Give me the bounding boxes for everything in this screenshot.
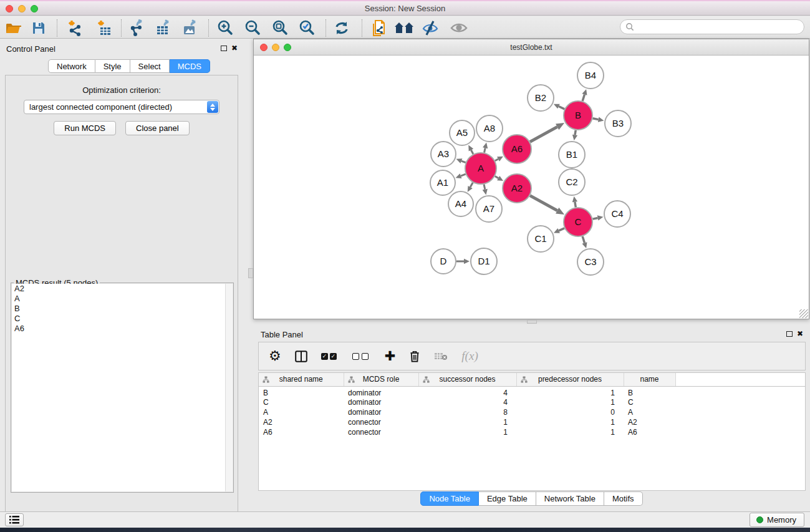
refresh-view-button[interactable] <box>331 19 352 37</box>
attribute-icon <box>263 376 269 383</box>
graph-edge-B-B2[interactable] <box>559 107 564 109</box>
main-toolbar <box>0 17 810 39</box>
toolbar-separator <box>325 19 326 37</box>
first-neighbors-button[interactable] <box>393 19 415 37</box>
graph-node-label: A6 <box>511 143 523 154</box>
graph-edge-A-A7[interactable] <box>484 184 485 189</box>
mcds-result-list[interactable]: A2ABCA6 <box>12 284 233 491</box>
export-image-button[interactable] <box>180 19 201 37</box>
column-header-shared-name[interactable]: shared name <box>259 373 344 386</box>
network-view-window: testGlobe.txt B4B2BB3A5A8A6A3B1AA1C2A2A4… <box>253 39 809 319</box>
graph-node-label: A8 <box>484 123 495 133</box>
graph-edge-A-A5[interactable] <box>471 150 473 154</box>
import-network-button[interactable] <box>64 19 85 37</box>
graph-edge-A-A2[interactable] <box>495 177 498 178</box>
close-panel-icon[interactable]: ✖ <box>231 44 238 52</box>
window-resize-grip[interactable] <box>799 309 808 318</box>
mcds-result-item[interactable]: A2 <box>12 284 233 294</box>
table-row[interactable]: A6connector11A6 <box>259 427 805 437</box>
tab-motifs[interactable]: Motifs <box>604 491 643 506</box>
table-settings-button[interactable]: ⚙ <box>269 347 281 365</box>
hide-graphics-details-button[interactable] <box>420 19 441 37</box>
graph-node-label: A3 <box>438 148 449 159</box>
table-row[interactable]: Bdominator41B <box>259 386 805 397</box>
column-header-successor-nodes[interactable]: successor nodes <box>418 373 516 386</box>
mcds-result-scrollbar[interactable] <box>225 284 233 491</box>
graph-edge-C-C2[interactable] <box>575 202 576 208</box>
network-window-titlebar[interactable]: testGlobe.txt <box>254 39 809 56</box>
table-panel-tabs: Node Table Edge Table Network Table Moti… <box>253 491 810 506</box>
tab-network-table[interactable]: Network Table <box>536 491 604 506</box>
task-history-button[interactable] <box>5 513 24 526</box>
graph-edge-B-B4[interactable] <box>582 95 584 102</box>
search-input[interactable] <box>634 21 804 32</box>
select-all-columns-button[interactable]: ✓✓ <box>321 347 339 365</box>
mcds-result-item[interactable]: C <box>12 314 233 324</box>
graph-edge-C-C3[interactable] <box>582 236 584 243</box>
graph-edge-B-B3[interactable] <box>593 118 599 120</box>
show-graphics-details-button[interactable] <box>448 19 470 37</box>
tab-node-table[interactable]: Node Table <box>420 491 479 506</box>
export-network-button[interactable] <box>127 19 148 37</box>
attribute-icon <box>348 376 355 383</box>
select-stepper-icon <box>207 101 218 113</box>
mcds-result-item[interactable]: A <box>12 294 233 304</box>
zoom-out-button[interactable] <box>242 19 263 37</box>
save-session-button[interactable] <box>28 19 49 37</box>
zoom-selected-button[interactable] <box>296 19 317 37</box>
close-panel-button[interactable]: Close panel <box>125 121 190 135</box>
zoom-in-button[interactable] <box>215 19 236 37</box>
graph-edge-C-C4[interactable] <box>593 218 598 219</box>
memory-button[interactable]: Memory <box>750 513 804 527</box>
graph-edge-A-A4[interactable] <box>470 183 473 187</box>
tab-edge-table[interactable]: Edge Table <box>479 491 536 506</box>
table-row[interactable]: A2connector11A2 <box>259 417 805 427</box>
graph-edge-A-A6[interactable] <box>495 159 498 161</box>
graph-edge-B-B1[interactable] <box>575 130 576 135</box>
open-session-button[interactable] <box>3 19 24 37</box>
delete-table-button[interactable] <box>434 347 448 365</box>
mcds-result-item[interactable]: B <box>12 304 233 314</box>
status-bar: Memory <box>0 511 810 528</box>
unselect-all-columns-button[interactable] <box>352 347 371 365</box>
graph-edge-C-C1[interactable] <box>559 228 564 231</box>
run-mcds-button[interactable]: Run MCDS <box>54 121 116 135</box>
mcds-result-item[interactable]: A6 <box>12 324 233 334</box>
zoom-fit-button[interactable] <box>269 19 291 37</box>
unchecked-box-icon <box>352 353 359 360</box>
float-table-panel-icon[interactable] <box>786 331 793 337</box>
network-canvas[interactable]: B4B2BB3A5A8A6A3B1AA1C2A2A4A7C4CC1C3DD1 <box>254 56 809 319</box>
function-builder-button[interactable]: f(x) <box>461 347 478 365</box>
new-network-from-selection-button[interactable] <box>369 19 390 37</box>
close-table-panel-icon[interactable]: ✖ <box>797 329 803 338</box>
column-header-predecessor-nodes[interactable]: predecessor nodes <box>516 373 624 386</box>
delete-column-button[interactable] <box>409 347 420 365</box>
column-header-name[interactable]: name <box>624 373 675 386</box>
vertical-splitter-handle[interactable] <box>248 268 253 278</box>
tab-network[interactable]: Network <box>48 59 95 73</box>
panel-layout-button[interactable] <box>295 347 307 365</box>
tab-select[interactable]: Select <box>130 59 170 73</box>
float-panel-icon[interactable] <box>221 46 227 51</box>
export-table-button[interactable] <box>153 19 174 37</box>
add-column-button[interactable]: ✚ <box>385 347 396 365</box>
graph-edge-A6-B[interactable] <box>530 127 557 142</box>
table-row[interactable]: Adominator80A <box>259 407 805 417</box>
table-row[interactable]: Cdominator41C <box>259 397 805 407</box>
tab-mcds[interactable]: MCDS <box>170 59 210 73</box>
column-header-mcds-role[interactable]: MCDS role <box>344 373 418 386</box>
graph-edge-A2-C[interactable] <box>530 196 557 211</box>
split-panel-icon <box>295 351 307 362</box>
graph-node-label: A4 <box>455 198 466 209</box>
graph-node-label: D <box>440 256 447 266</box>
graph-edge-A-A8[interactable] <box>485 148 486 152</box>
graph-node-label: A <box>478 163 484 173</box>
graph-edge-A-A3[interactable] <box>461 161 466 163</box>
optimization-criterion-select[interactable]: largest connected component (directed) <box>24 100 219 114</box>
horizontal-splitter-handle[interactable] <box>527 320 537 324</box>
graph-node-label: A7 <box>483 203 494 214</box>
graph-edge-A-A1[interactable] <box>461 174 466 176</box>
tab-style[interactable]: Style <box>95 59 130 73</box>
memory-status-icon <box>756 516 763 523</box>
import-table-button[interactable] <box>94 19 115 37</box>
